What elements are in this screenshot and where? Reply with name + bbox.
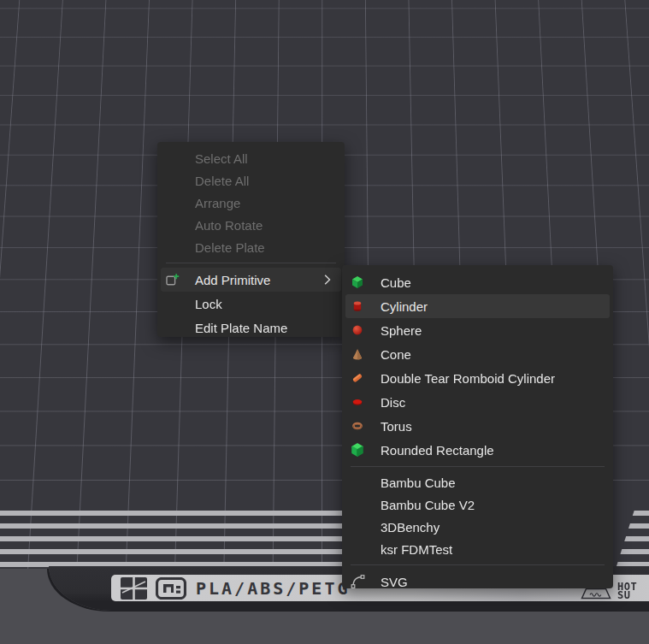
plate-context-menu: Select All Delete All Arrange Auto Rotat…: [157, 142, 345, 337]
menu-item-label: Delete Plate: [195, 240, 265, 255]
menu-item-arrange[interactable]: Arrange: [157, 192, 345, 214]
submenu-item-sphere[interactable]: Sphere: [342, 318, 613, 342]
plate-material-label: PLA/ABS/PETG: [196, 578, 351, 599]
submenu-item-label: 3DBenchy: [381, 520, 440, 535]
menu-item-select-all[interactable]: Select All: [157, 147, 345, 169]
submenu-item-label: Torus: [381, 419, 412, 434]
submenu-item-label: Bambu Cube V2: [381, 498, 475, 512]
submenu-item-label: Cube: [381, 275, 411, 290]
submenu-item-ksr-fdmtest[interactable]: ksr FDMTest: [342, 538, 613, 560]
menu-item-delete-all[interactable]: Delete All: [157, 169, 345, 192]
submenu-item-cube[interactable]: Cube: [342, 270, 613, 294]
menu-item-label: Select All: [195, 151, 248, 166]
submenu-item-label: SVG: [381, 575, 408, 589]
submenu-item-bambu-cube[interactable]: Bambu Cube: [342, 471, 613, 493]
cone-icon: [351, 347, 364, 361]
double-tear-romboid-cylinder-icon: [351, 371, 364, 385]
submenu-item-cone[interactable]: Cone: [342, 342, 613, 366]
viewport-3d[interactable]: PLA/ABS/PETG HOT SU Select All Delete Al…: [0, 0, 649, 644]
disc-icon: [351, 395, 364, 409]
menu-item-auto-rotate[interactable]: Auto Rotate: [157, 214, 345, 236]
torus-icon: [351, 419, 364, 433]
plate-corner-text: HOT SU: [617, 582, 637, 600]
submenu-item-label: Double Tear Romboid Cylinder: [381, 371, 555, 386]
menu-item-lock[interactable]: Lock: [157, 292, 345, 316]
menu-item-label: Edit Plate Name: [195, 321, 287, 335]
menu-item-label: Delete All: [195, 174, 249, 188]
chevron-right-icon: [324, 275, 331, 286]
submenu-item-3dbenchy[interactable]: 3DBenchy: [342, 516, 613, 538]
add-primitive-submenu: Cube Cylinder: [342, 265, 613, 588]
submenu-item-label: Rounded Rectangle: [381, 443, 494, 458]
bambu-logo-icon: [121, 577, 147, 603]
menu-separator: [166, 263, 336, 263]
submenu-item-rounded-rectangle[interactable]: Rounded Rectangle: [342, 438, 613, 462]
sphere-icon: [351, 323, 364, 337]
submenu-item-label: Bambu Cube: [381, 476, 456, 490]
menu-item-delete-plate[interactable]: Delete Plate: [157, 236, 345, 258]
submenu-item-label: Sphere: [381, 323, 422, 338]
submenu-item-label: Disc: [381, 395, 405, 410]
menu-item-add-primitive[interactable]: Add Primitive: [161, 268, 341, 292]
plate-type-logo-icon: [156, 577, 186, 603]
submenu-separator: [351, 564, 605, 565]
add-primitive-icon: [165, 273, 180, 287]
menu-item-label: Add Primitive: [195, 273, 270, 287]
submenu-item-torus[interactable]: Torus: [342, 414, 613, 438]
menu-item-label: Lock: [195, 297, 222, 311]
submenu-item-bambu-cube-v2[interactable]: Bambu Cube V2: [342, 493, 613, 516]
svg-bezier-icon: [351, 575, 365, 589]
submenu-item-disc[interactable]: Disc: [342, 390, 613, 414]
submenu-item-label: Cone: [381, 347, 411, 362]
submenu-separator: [351, 466, 605, 467]
submenu-item-label: ksr FDMTest: [381, 542, 452, 557]
menu-item-label: Arrange: [195, 196, 240, 210]
menu-item-label: Auto Rotate: [195, 218, 263, 233]
rounded-rectangle-icon: [351, 443, 364, 457]
plate-corner-text-line2: SU: [617, 589, 630, 601]
submenu-item-label: Cylinder: [381, 299, 428, 314]
submenu-item-svg[interactable]: SVG: [342, 570, 613, 594]
menu-item-edit-plate-name[interactable]: Edit Plate Name: [157, 316, 345, 340]
cylinder-icon: [351, 299, 364, 313]
submenu-item-cylinder[interactable]: Cylinder: [345, 294, 610, 318]
submenu-item-double-tear-romboid-cylinder[interactable]: Double Tear Romboid Cylinder: [342, 366, 613, 390]
cube-icon: [351, 275, 364, 289]
